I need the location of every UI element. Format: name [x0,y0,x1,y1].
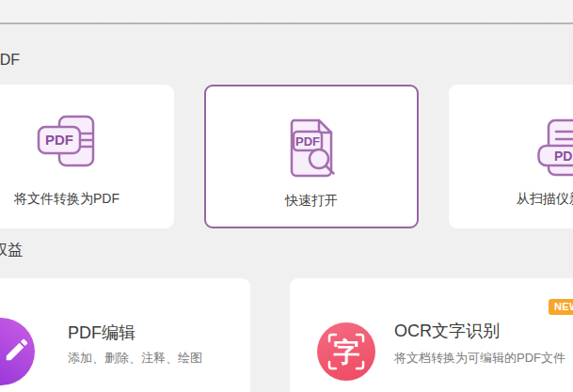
scanner-icon: PDF [537,118,573,181]
convert-to-pdf-icon: PDF [37,114,97,172]
card-quick-open[interactable]: PDF 快速打开 [204,85,419,228]
top-bar [0,0,573,23]
new-badge: NEW [549,299,573,315]
quick-open-icon: PDF [281,118,342,178]
svg-text:字: 字 [333,337,359,367]
svg-text:PDF: PDF [554,149,573,164]
pdf-edit-title: PDF编辑 [68,321,135,344]
card-convert-to-pdf[interactable]: PDF 将文件转换为PDF [0,85,174,228]
ocr-subtitle: 将文档转换为可编辑的PDF文件 [394,350,565,367]
card-ocr[interactable]: 字 OCR文字识别 将文档转换为可编辑的PDF文件 NEW [290,278,573,392]
pencil-icon [3,336,31,364]
benefits-section-title: 权益 [0,241,23,259]
card-label-quick-open: 快速打开 [206,193,417,210]
app-window: 创建PDF PDF 将文件转换为PDF PDF 快速打开 PDF 从扫描仪新建 [0,0,573,392]
card-from-scanner[interactable]: PDF 从扫描仪新建 [449,85,573,228]
card-label-convert: 将文件转换为PDF [0,191,174,208]
pdf-edit-subtitle: 添加、删除、注释、绘图 [68,350,202,367]
create-section-title: 创建PDF [0,51,20,70]
benefits-section-title-text: 权益 [0,241,23,259]
pdf-edit-circle [0,318,35,385]
ocr-icon: 字 [317,322,375,381]
ocr-circle: 字 [317,322,375,381]
create-section-title-text: 创建PDF [0,51,20,70]
svg-text:PDF: PDF [45,132,73,148]
top-divider [0,23,573,24]
card-label-scanner: 从扫描仪新建 [449,191,573,208]
card-pdf-edit[interactable]: PDF编辑 添加、删除、注释、绘图 [0,278,250,392]
ocr-title: OCR文字识别 [394,320,500,342]
svg-text:PDF: PDF [295,134,320,149]
